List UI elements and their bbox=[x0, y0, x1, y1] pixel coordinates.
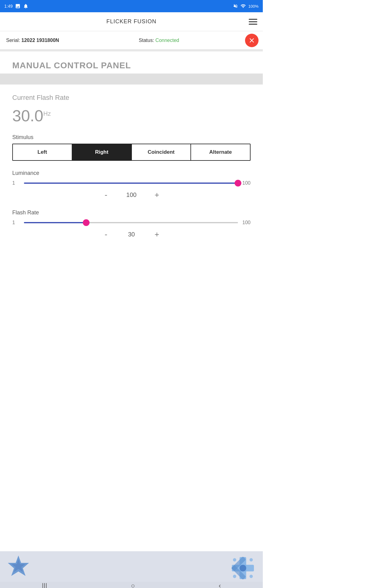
left-logo-icon bbox=[6, 554, 31, 579]
luminance-max: 100 bbox=[242, 180, 251, 186]
svg-point-7 bbox=[233, 558, 236, 562]
luminance-section: Luminance 1 100 - 100 + bbox=[12, 170, 251, 200]
flash-rate-number: 30.0 bbox=[12, 107, 43, 125]
disconnect-button[interactable] bbox=[245, 34, 259, 47]
svg-point-10 bbox=[250, 575, 253, 578]
connection-status: Status: Connected bbox=[139, 38, 179, 43]
nav-icons-row bbox=[0, 551, 263, 582]
flash-rate-control-label: Flash Rate bbox=[12, 209, 251, 216]
battery-display: 100% bbox=[248, 4, 259, 9]
app-bar: FLICKER FUSION bbox=[0, 12, 263, 31]
luminance-label: Luminance bbox=[12, 170, 251, 176]
stimulus-label: Stimulus bbox=[12, 134, 251, 141]
svg-point-6 bbox=[240, 565, 246, 571]
stimulus-tabs: Left Right Coincident Alternate bbox=[12, 144, 251, 161]
luminance-minus-button[interactable]: - bbox=[101, 189, 112, 200]
tab-right[interactable]: Right bbox=[72, 144, 132, 160]
current-flash-rate-label: Current Flash Rate bbox=[12, 94, 251, 102]
flash-rate-control-section: Flash Rate 1 100 - 30 + bbox=[12, 209, 251, 240]
svg-point-9 bbox=[233, 575, 236, 578]
flash-rate-section: Current Flash Rate 30.0Hz Stimulus Left … bbox=[12, 94, 251, 240]
tab-left[interactable]: Left bbox=[13, 144, 72, 160]
svg-point-8 bbox=[250, 558, 253, 562]
luminance-min: 1 bbox=[12, 180, 20, 186]
tab-divider bbox=[0, 74, 263, 85]
info-bar: Serial: 12022 1931800N Status: Connected bbox=[0, 31, 263, 50]
status-label: Status: bbox=[139, 38, 154, 43]
status-bar-left: 1:49 bbox=[4, 3, 29, 9]
app-title: FLICKER FUSION bbox=[106, 18, 156, 25]
flash-rate-max: 100 bbox=[242, 220, 251, 225]
panel-title: MANUAL CONTROL PANEL bbox=[12, 61, 251, 70]
notification-icon bbox=[23, 3, 29, 9]
flash-rate-display: 30.0Hz bbox=[12, 107, 251, 125]
serial-value: 12022 1931800N bbox=[21, 38, 59, 43]
flash-rate-unit: Hz bbox=[43, 110, 51, 117]
menu-button[interactable] bbox=[249, 19, 257, 24]
flash-rate-minus-button[interactable]: - bbox=[101, 229, 112, 240]
tab-alternate[interactable]: Alternate bbox=[191, 144, 250, 160]
recent-apps-button[interactable]: ||| bbox=[42, 582, 47, 588]
nav-buttons-row: ||| ○ ‹ bbox=[0, 582, 263, 588]
luminance-stepper: - 100 + bbox=[12, 189, 251, 200]
luminance-slider-row: 1 100 bbox=[12, 180, 251, 186]
flash-rate-plus-button[interactable]: + bbox=[151, 229, 163, 240]
flash-rate-slider-row: 1 100 bbox=[12, 220, 251, 226]
flash-rate-slider[interactable] bbox=[24, 220, 238, 226]
wifi-icon bbox=[240, 3, 246, 9]
home-button[interactable]: ○ bbox=[131, 582, 135, 588]
time-display: 1:49 bbox=[4, 4, 13, 9]
flash-rate-stepper: - 30 + bbox=[12, 229, 251, 240]
status-bar-right: 100% bbox=[233, 3, 259, 9]
status-value: Connected bbox=[155, 38, 179, 43]
status-bar: 1:49 100% bbox=[0, 0, 263, 12]
flash-rate-value-display: 30 bbox=[124, 231, 139, 238]
mute-icon bbox=[233, 4, 238, 9]
luminance-value-display: 100 bbox=[124, 191, 139, 198]
photo-icon bbox=[15, 3, 21, 9]
flash-rate-min: 1 bbox=[12, 220, 20, 225]
bottom-nav-bar: ||| ○ ‹ bbox=[0, 551, 263, 588]
right-logo-icon bbox=[229, 554, 257, 582]
main-content: MANUAL CONTROL PANEL Current Flash Rate … bbox=[0, 51, 263, 258]
serial-info: Serial: 12022 1931800N bbox=[6, 38, 59, 43]
back-button[interactable]: ‹ bbox=[219, 582, 221, 588]
serial-label: Serial: bbox=[6, 38, 20, 43]
tab-coincident[interactable]: Coincident bbox=[132, 144, 191, 160]
luminance-slider[interactable] bbox=[24, 180, 238, 186]
luminance-plus-button[interactable]: + bbox=[151, 189, 163, 200]
